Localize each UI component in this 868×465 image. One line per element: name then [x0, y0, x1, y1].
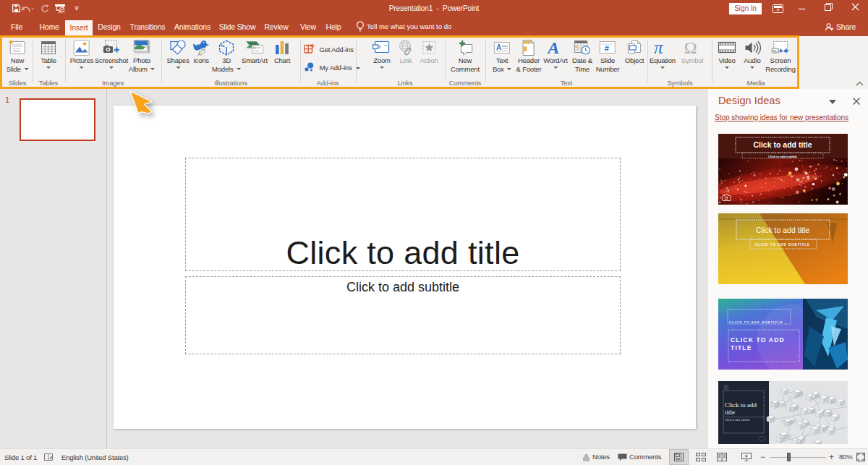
svg-text:#: # — [605, 44, 609, 53]
svg-text:TITLE: TITLE — [731, 344, 752, 351]
svg-text:Click to add subtitle: Click to add subtitle — [725, 419, 750, 422]
svg-text:CLICK TO ADD: CLICK TO ADD — [731, 336, 785, 344]
svg-text:Click to add subtitle: Click to add subtitle — [768, 155, 797, 158]
svg-text:π: π — [654, 39, 664, 56]
svg-text:Click to add title: Click to add title — [753, 140, 812, 149]
svg-text:Ω: Ω — [684, 39, 697, 56]
svg-text:Click to add: Click to add — [725, 402, 757, 409]
svg-text:A: A — [546, 39, 559, 56]
svg-text:CLICK TO ADD SUBTITLE: CLICK TO ADD SUBTITLE — [729, 320, 783, 324]
svg-text:CLICK TO ADD SUBTITLE: CLICK TO ADD SUBTITLE — [755, 243, 810, 247]
svg-text:Click to add title: Click to add title — [756, 226, 809, 234]
svg-text:A: A — [496, 43, 501, 51]
svg-text:title: title — [725, 409, 735, 416]
